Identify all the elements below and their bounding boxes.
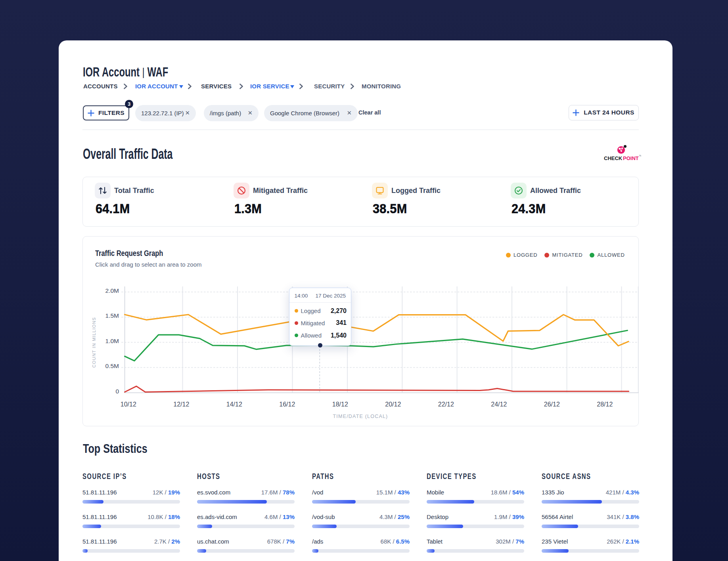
svg-text:CHECK: CHECK [604,155,623,161]
svg-text:TM: TM [639,155,642,157]
svg-text:POINT: POINT [623,155,639,161]
